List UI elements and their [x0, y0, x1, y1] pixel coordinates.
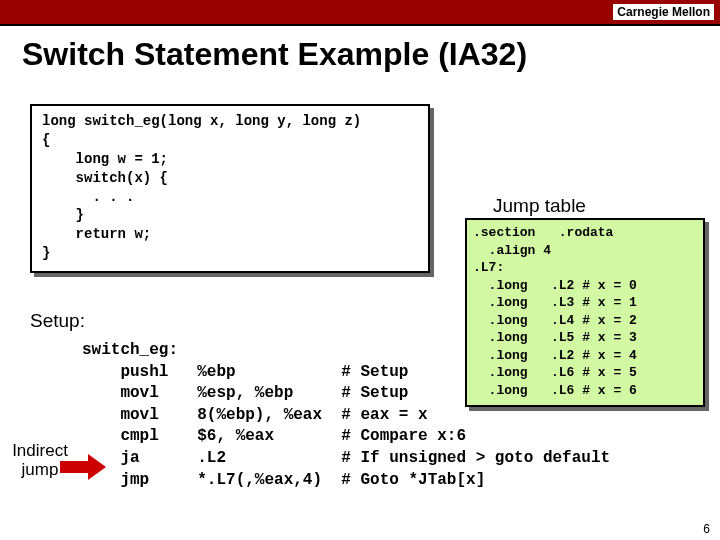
arrow-icon — [60, 456, 108, 478]
org-label: Carnegie Mellon — [613, 4, 714, 20]
jump-table-caption: Jump table — [493, 195, 586, 217]
c-code-box: long switch_eg(long x, long y, long z) {… — [30, 104, 430, 273]
page-number: 6 — [703, 522, 710, 536]
assembly-code: switch_eg: pushl %ebp # Setup movl %esp,… — [82, 340, 610, 491]
page-title: Switch Statement Example (IA32) — [22, 36, 720, 73]
setup-label: Setup: — [30, 310, 85, 332]
header-bar: Carnegie Mellon — [0, 0, 720, 26]
